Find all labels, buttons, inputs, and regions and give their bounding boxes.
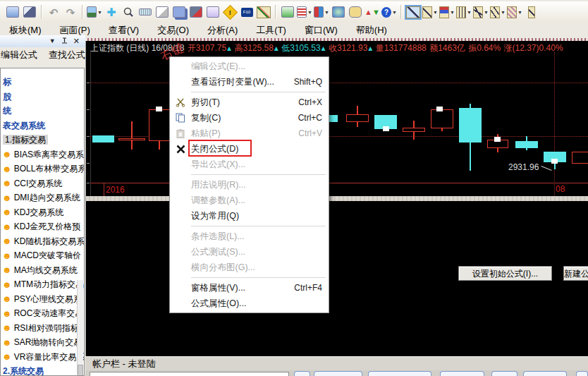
menu-item-edit-formula[interactable]: 编辑公式(E)... [170, 59, 329, 74]
menu-analysis[interactable]: 分析(A) [198, 24, 247, 37]
vlines-tool-icon[interactable]: ▼ [456, 5, 472, 19]
bottom-input-partial[interactable] [90, 372, 289, 376]
new-formula-button[interactable]: 新建公 [563, 266, 588, 281]
kline-green-icon[interactable] [280, 5, 295, 19]
monitor-icon[interactable] [331, 5, 346, 19]
rays-tool-icon[interactable]: ▼ [473, 5, 489, 19]
pin-icon[interactable] [61, 37, 68, 46]
screen-red-icon[interactable] [188, 5, 204, 19]
partial-tool-icon[interactable] [524, 5, 539, 19]
ruler-icon[interactable] [137, 5, 153, 19]
list-item[interactable]: ☻MTM动力指标交易 [1, 277, 84, 292]
selection-handle[interactable] [383, 126, 389, 131]
list-item[interactable]: ☻RSI相对强弱指标 [1, 321, 84, 336]
selection-handle[interactable] [494, 137, 501, 142]
menu-item-copy[interactable]: 复制(C) Ctrl+C [170, 110, 329, 126]
menu-tools[interactable]: 工具(T) [247, 24, 295, 37]
menu-item-cut[interactable]: 剪切(T) Ctrl+X [170, 95, 329, 110]
list-item[interactable]: ☻BOLL布林带交易系 [1, 162, 84, 176]
set-initial-formula-button[interactable]: 设置初始公式(I)... [458, 266, 552, 281]
partial-button[interactable] [314, 371, 362, 376]
warning-icon[interactable]: ! [222, 5, 238, 19]
close-icon[interactable]: ✕ [73, 37, 80, 45]
tab-find-formula[interactable]: 查找公式 [49, 49, 85, 61]
partial-button[interactable] [440, 371, 484, 376]
scroll-icon[interactable] [348, 5, 363, 19]
menu-item-usage[interactable]: 用法说明(R)... [170, 177, 329, 193]
menu-help[interactable]: 帮助(H) [347, 24, 396, 37]
help-icon[interactable]: ?▼ [381, 5, 397, 19]
capture-icon[interactable]: ▼ [87, 5, 102, 19]
menu-item-set-favorite[interactable]: 设为常用(Q) [170, 208, 329, 224]
list-item[interactable]: ☻CCI交易系统 [1, 176, 84, 191]
menu-view[interactable]: 查看(V) [99, 24, 148, 37]
tree-category[interactable]: 股 [1, 90, 84, 104]
menu-item-close-formula[interactable]: 关闭公式(D) [170, 141, 329, 157]
smiley-icon: ☻ [2, 150, 12, 159]
callout-leader-line [541, 166, 551, 171]
partial-button[interactable] [523, 371, 567, 376]
partial-button[interactable] [576, 371, 588, 376]
menu-item-export-formula[interactable]: 导出公式(X)... [170, 157, 329, 172]
color-block-icon[interactable]: ▼ [314, 5, 329, 19]
list-item[interactable]: ☻SAR抛物转向交易 [1, 335, 84, 350]
list-item[interactable]: ☻MA均线交易系统 [1, 263, 84, 278]
list-item[interactable]: ☻VR容量比率交易系 [1, 350, 84, 365]
partial-button[interactable] [491, 371, 517, 376]
scrollbar-thumb[interactable] [78, 365, 83, 376]
context-menu: 编辑公式(E)... 查看运行时变量(W)... Shift+Q 剪切(T) C… [169, 56, 329, 313]
chevron-down-icon[interactable]: ▼ [49, 38, 56, 44]
undo-icon[interactable]: ↶ [46, 5, 61, 19]
channel-tool-icon[interactable]: ▼ [490, 5, 506, 19]
menu-window[interactable]: 窗口(W) [295, 24, 347, 37]
selection-handle[interactable] [156, 107, 162, 111]
line-tool-icon[interactable]: ▼ [422, 5, 438, 19]
edit-note-icon[interactable] [154, 5, 170, 19]
arrows-updown-icon[interactable]: ▲▼ [365, 5, 380, 19]
redo-icon[interactable]: ↷ [63, 5, 78, 19]
tree-category-system-trade[interactable]: 2.系统交易 [1, 364, 84, 376]
new-icon[interactable] [5, 5, 20, 19]
menu-item-condition-stock[interactable]: 条件选股(L)... [170, 229, 329, 244]
list-item[interactable]: ☻KDJ金死叉价格预 [1, 219, 84, 234]
draw-select-icon[interactable] [405, 5, 421, 19]
sidebar-scrollbar[interactable] [77, 280, 83, 375]
tab-edit-formula[interactable]: 编辑公式 [1, 49, 37, 61]
list-item[interactable]: ☻KD随机指标交易系 [1, 234, 84, 249]
red-list-icon[interactable]: ▼ [297, 5, 312, 19]
list-item[interactable]: ☻ROC变动速率交易 [1, 306, 84, 321]
menu-item-adjust-params[interactable]: 调整参数(A)... [170, 193, 329, 208]
f10-icon[interactable]: F10 [239, 5, 255, 19]
list-item[interactable]: ☻KDJ交易系统 [1, 205, 84, 220]
menu-item-distribution[interactable]: 横向分布图(G)... [170, 260, 329, 275]
layers-icon[interactable] [171, 5, 187, 19]
list-item[interactable]: ☻DMI趋向交易系统 [1, 190, 84, 205]
list-item[interactable]: ☻PSY心理线交易系 [1, 292, 84, 307]
zoom-icon[interactable] [121, 5, 136, 19]
menu-trade[interactable]: 交易(O) [148, 24, 198, 37]
tools-icon[interactable] [22, 5, 37, 19]
tree-item-selected[interactable]: 1.指标交易 [1, 133, 84, 147]
flag-tool-icon[interactable]: ▼ [439, 5, 455, 19]
pane-divider[interactable] [86, 196, 588, 201]
tree-category[interactable]: 统 [1, 104, 84, 119]
partial-button[interactable] [368, 371, 431, 376]
selection-handle[interactable] [551, 159, 558, 164]
menu-item-formula-properties[interactable]: 公式属性(O)... [170, 296, 329, 311]
selection-handle[interactable] [436, 107, 443, 111]
tree-category[interactable]: 表交易系统 [1, 119, 84, 133]
kline-chart[interactable]: 上证指数 (日线) 16/08/18 开3107.75▴ 高3125.58▴ 低… [85, 41, 588, 356]
menu-item-pane-properties[interactable]: 窗格属性(V)... Ctrl+F4 [170, 280, 329, 296]
hatch-tool-icon[interactable]: ▼ [507, 5, 522, 19]
export-icon[interactable] [205, 5, 221, 19]
copy-icon [170, 113, 191, 123]
partial-button[interactable] [294, 371, 310, 376]
menu-item-formula-test[interactable]: 公式测试(S)... [170, 244, 329, 260]
kline-icon[interactable] [256, 5, 271, 19]
menu-item-paste[interactable]: 粘贴(P) Ctrl+V [170, 126, 329, 141]
tree-category[interactable]: 标 [1, 75, 84, 90]
list-item[interactable]: ☻BIAS乖离率交易系 [1, 147, 84, 162]
list-item[interactable]: ☻MACD突破零轴价 [1, 248, 84, 263]
menu-item-runtime-variables[interactable]: 查看运行时变量(W)... Shift+Q [170, 74, 329, 90]
move-icon[interactable]: ✚ [104, 5, 119, 19]
